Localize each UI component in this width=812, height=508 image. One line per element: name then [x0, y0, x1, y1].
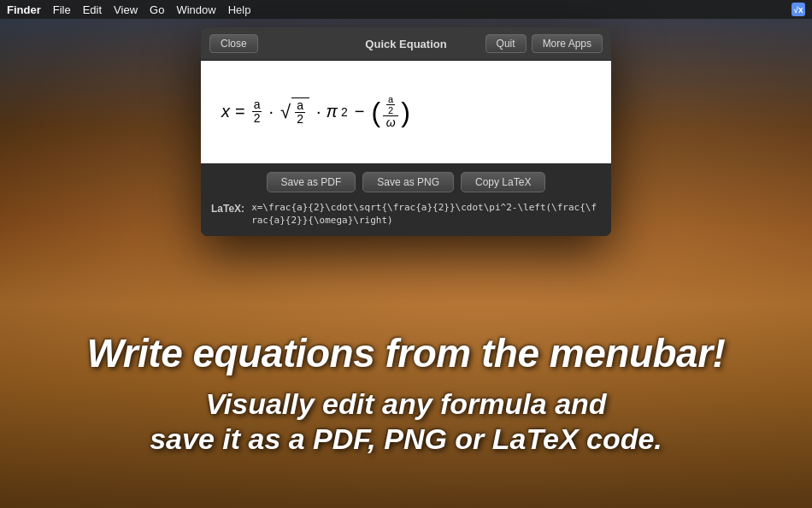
subheadline-text: Visually edit any formula andsave it as …	[0, 387, 812, 457]
menubar-go[interactable]: Go	[150, 3, 164, 16]
menubar-help[interactable]: Help	[228, 3, 251, 16]
frac-a2-first: a 2	[252, 98, 262, 126]
save-png-button[interactable]: Save as PNG	[362, 172, 454, 192]
menubar-right-icons: √x	[791, 3, 805, 16]
titlebar-left: Close	[209, 34, 258, 53]
menubar: Finder File Edit View Go Window Help √x	[0, 0, 812, 19]
frac-nested: a 2 ω	[383, 94, 398, 130]
menubar-edit[interactable]: Edit	[83, 3, 102, 16]
save-pdf-button[interactable]: Save as PDF	[267, 172, 356, 192]
equation-display-area: x = a 2 · √ a 2	[201, 61, 611, 163]
close-button[interactable]: Close	[209, 34, 258, 53]
menubar-window[interactable]: Window	[176, 3, 215, 16]
menubar-finder[interactable]: Finder	[7, 3, 41, 16]
frac-a2-sqrt: a 2	[295, 99, 305, 127]
paren-fraction: ( a 2 ω )	[371, 94, 409, 130]
copy-latex-button[interactable]: Copy LaTeX	[461, 172, 545, 192]
latex-code-display: x=\frac{a}{2}\cdot\sqrt{\frac{a}{2}}\cdo…	[251, 201, 601, 227]
equation-window: Close Quick Equation Quit More Apps x = …	[201, 27, 611, 236]
action-button-row: Save as PDF Save as PNG Copy LaTeX	[211, 172, 601, 192]
latex-label: LaTeX:	[211, 201, 244, 215]
more-apps-button[interactable]: More Apps	[532, 34, 603, 53]
sqrt-expression: √ a 2	[280, 97, 309, 127]
overlay-text-area: Write equations from the menubar! Visual…	[0, 332, 812, 457]
headline-text: Write equations from the menubar!	[0, 332, 812, 375]
titlebar-right: Quit More Apps	[485, 34, 603, 53]
latex-row: LaTeX: x=\frac{a}{2}\cdot\sqrt{\frac{a}{…	[211, 201, 601, 227]
window-titlebar: Close Quick Equation Quit More Apps	[201, 27, 611, 61]
equation-rendered: x = a 2 · √ a 2	[221, 94, 410, 130]
menubar-view[interactable]: View	[114, 3, 138, 16]
menubar-file[interactable]: File	[53, 3, 71, 16]
quit-button[interactable]: Quit	[485, 34, 527, 53]
window-title: Quick Equation	[365, 38, 446, 50]
bottom-panel: Save as PDF Save as PNG Copy LaTeX LaTeX…	[201, 163, 611, 236]
app-icon-sqrt[interactable]: √x	[791, 3, 805, 16]
